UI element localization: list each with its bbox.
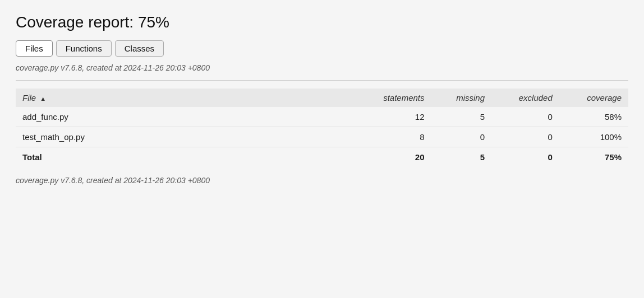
page-title: Coverage report: 75% xyxy=(16,13,628,31)
tab-classes[interactable]: Classes xyxy=(115,40,164,57)
header-meta: coverage.py v7.6.8, created at 2024-11-2… xyxy=(16,63,628,72)
table-row: add_func.py 12 5 0 58% xyxy=(16,107,628,127)
total-missing: 5 xyxy=(431,147,492,167)
cell-statements: 8 xyxy=(353,127,431,147)
cell-excluded: 0 xyxy=(491,127,559,147)
col-header-coverage[interactable]: coverage xyxy=(559,89,628,107)
col-header-file[interactable]: File ▲ xyxy=(16,89,353,107)
coverage-table: File ▲ statements missing excluded cover… xyxy=(16,89,628,167)
total-statements: 20 xyxy=(353,147,431,167)
cell-excluded: 0 xyxy=(491,107,559,127)
table-header-row: File ▲ statements missing excluded cover… xyxy=(16,89,628,107)
total-excluded: 0 xyxy=(491,147,559,167)
tab-bar: Files Functions Classes xyxy=(16,40,628,57)
cell-file[interactable]: test_math_op.py xyxy=(16,127,353,147)
sort-arrow-icon: ▲ xyxy=(40,95,46,102)
cell-missing: 5 xyxy=(431,107,492,127)
tab-files[interactable]: Files xyxy=(16,40,53,57)
total-label: Total xyxy=(16,147,353,167)
cell-missing: 0 xyxy=(431,127,492,147)
col-header-excluded[interactable]: excluded xyxy=(491,89,559,107)
total-coverage: 75% xyxy=(559,147,628,167)
footer-meta: coverage.py v7.6.8, created at 2024-11-2… xyxy=(16,176,628,185)
cell-file[interactable]: add_func.py xyxy=(16,107,353,127)
table-total-row: Total 20 5 0 75% xyxy=(16,147,628,167)
tab-functions[interactable]: Functions xyxy=(56,40,112,57)
col-header-statements[interactable]: statements xyxy=(353,89,431,107)
col-header-missing[interactable]: missing xyxy=(431,89,492,107)
cell-statements: 12 xyxy=(353,107,431,127)
divider-top xyxy=(16,80,628,81)
table-row: test_math_op.py 8 0 0 100% xyxy=(16,127,628,147)
cell-coverage: 58% xyxy=(559,107,628,127)
cell-coverage: 100% xyxy=(559,127,628,147)
